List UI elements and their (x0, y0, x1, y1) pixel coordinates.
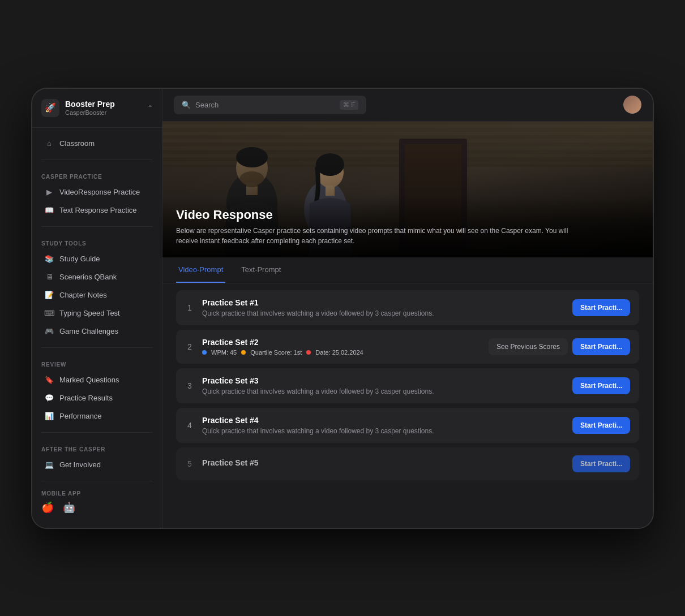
sidebar-item-performance[interactable]: 📊 Performance (36, 407, 159, 425)
scenarios-icon: 🖥 (45, 273, 54, 282)
practice-actions: Start Practi... (572, 455, 630, 472)
practice-number: 4 (185, 421, 194, 430)
divider-3 (41, 347, 153, 348)
text-response-icon: 📖 (45, 206, 54, 215)
practice-item: 1 Practice Set #1 Quick practice that in… (176, 290, 639, 325)
practice-description: Quick practice that involves watching a … (202, 387, 564, 395)
start-practice-4-button[interactable]: Start Practi... (572, 417, 630, 434)
study-tools-section: STUDY TOOLS 📚 Study Guide 🖥 Scenerios QB… (32, 231, 162, 343)
start-practice-5-button[interactable]: Start Practi... (572, 455, 630, 472)
chapter-notes-label: Chapter Notes (59, 291, 107, 299)
quartile-dot (241, 350, 246, 355)
review-label: REVIEW (32, 359, 162, 371)
main-content: 🔍 Search ⌘ F (162, 89, 653, 528)
start-practice-3-button[interactable]: Start Practi... (572, 377, 630, 394)
start-practice-1-button[interactable]: Start Practi... (572, 299, 630, 316)
wpm-dot (202, 350, 207, 355)
sidebar-item-marked-questions[interactable]: 🔖 Marked Questions (36, 371, 159, 389)
video-hero: Video Response Below are representative … (162, 122, 653, 257)
wpm-text: WPM: 45 (211, 349, 237, 356)
top-bar: 🔍 Search ⌘ F (162, 89, 653, 122)
practice-name: Practice Set #2 (202, 338, 481, 347)
sidebar-item-get-involved[interactable]: 💻 Get Involved (36, 456, 159, 474)
see-scores-2-button[interactable]: See Previous Scores (489, 338, 568, 355)
classroom-label: Classroom (59, 139, 95, 148)
search-bar[interactable]: 🔍 Search ⌘ F (174, 96, 366, 114)
date-text: Date: 25.02.2024 (315, 349, 363, 356)
practice-description: Quick practice that involves watching a … (202, 309, 564, 317)
video-title: Video Response (176, 208, 639, 222)
tab-video-prompt[interactable]: Video-Prompt (176, 257, 225, 283)
brand-sub: CasperBooster (65, 109, 115, 116)
tabs-row: Video-Prompt Text-Prompt (162, 257, 653, 283)
practice-name: Practice Set #3 (202, 376, 564, 385)
sidebar: 🚀 Booster Prep CasperBooster ⌃ ⌂ Classro… (32, 89, 162, 528)
divider-1 (41, 160, 153, 160)
divider-4 (41, 432, 153, 433)
study-guide-icon: 📚 (45, 255, 54, 264)
chapter-notes-icon: 📝 (45, 291, 54, 300)
review-section: REVIEW 🔖 Marked Questions 💬 Practice Res… (32, 352, 162, 428)
brand-name: Booster Prep (65, 100, 115, 109)
sidebar-item-video-response[interactable]: ▶ VideoResponse Practice (36, 183, 159, 201)
study-tools-label: STUDY TOOLS (32, 238, 162, 250)
search-text: Search (195, 101, 335, 109)
search-shortcut: ⌘ F (340, 100, 358, 110)
practice-number: 5 (185, 459, 194, 468)
study-guide-label: Study Guide (59, 255, 100, 263)
sidebar-item-typing-speed[interactable]: ⌨ Typing Speed Test (36, 304, 159, 322)
video-response-icon: ▶ (45, 188, 54, 197)
casper-practice-section: CASPER PRACTICE ▶ VideoResponse Practice… (32, 165, 162, 222)
video-description: Below are representative Casper practice… (176, 226, 572, 246)
sidebar-item-classroom[interactable]: ⌂ Classroom (36, 135, 159, 153)
classroom-icon: ⌂ (45, 139, 54, 148)
practice-info: Practice Set #3 Quick practice that invo… (202, 376, 564, 395)
sidebar-item-game-challenges[interactable]: 🎮 Game Challenges (36, 322, 159, 341)
chevron-icon[interactable]: ⌃ (147, 104, 153, 112)
scenarios-label: Scenerios QBank (59, 273, 117, 281)
practice-info: Practice Set #2 WPM: 45 Quartile Score: … (202, 338, 481, 356)
text-response-label: Text Response Practice (59, 206, 137, 214)
results-label: Practice Results (59, 394, 113, 402)
practice-number: 2 (185, 342, 194, 351)
typing-icon: ⌨ (45, 309, 54, 318)
performance-icon: 📊 (45, 412, 54, 421)
after-casper-label: AFTER THE CASPER (32, 444, 162, 456)
video-overlay-text: Video Response Below are representative … (162, 196, 653, 257)
sidebar-item-study-guide[interactable]: 📚 Study Guide (36, 250, 159, 268)
apple-icon[interactable]: 🍎 (41, 501, 54, 514)
game-label: Game Challenges (59, 327, 118, 335)
tab-text-prompt[interactable]: Text-Prompt (239, 257, 283, 283)
sidebar-item-scenarios-qbank[interactable]: 🖥 Scenerios QBank (36, 268, 159, 286)
casper-practice-label: CASPER PRACTICE (32, 171, 162, 183)
brand-info: Booster Prep CasperBooster (65, 100, 115, 116)
user-avatar[interactable] (623, 96, 641, 114)
sidebar-header[interactable]: 🚀 Booster Prep CasperBooster ⌃ (32, 89, 162, 128)
mobile-app-label: MOBILE APP (41, 490, 153, 497)
android-icon[interactable]: 🤖 (63, 501, 75, 514)
start-practice-2-button[interactable]: Start Practi... (572, 338, 630, 355)
video-response-label: VideoResponse Practice (59, 188, 140, 196)
practice-number: 1 (185, 303, 194, 312)
practice-actions: Start Practi... (572, 377, 630, 394)
practice-info: Practice Set #4 Quick practice that invo… (202, 416, 564, 435)
practice-info: Practice Set #1 Quick practice that invo… (202, 298, 564, 317)
sidebar-item-text-response[interactable]: 📖 Text Response Practice (36, 201, 159, 219)
avatar-image (623, 96, 641, 114)
typing-label: Typing Speed Test (59, 309, 120, 317)
content-area: 1 Practice Set #1 Quick practice that in… (162, 283, 653, 528)
sidebar-item-practice-results[interactable]: 💬 Practice Results (36, 389, 159, 407)
sidebar-item-chapter-notes[interactable]: 📝 Chapter Notes (36, 286, 159, 304)
practice-item: 3 Practice Set #3 Quick practice that in… (176, 368, 639, 403)
practice-item: 2 Practice Set #2 WPM: 45 Quartile Score… (176, 330, 639, 364)
after-casper-section: AFTER THE CASPER 💻 Get Involved (32, 437, 162, 476)
practice-actions: Start Practi... (572, 417, 630, 434)
practice-item: 5 Practice Set #5 Start Practi... (176, 447, 639, 480)
date-dot (306, 350, 311, 355)
quartile-text: Quartile Score: 1st (250, 349, 302, 356)
practice-actions: Start Practi... (572, 299, 630, 316)
logo-emoji: 🚀 (45, 102, 56, 113)
device-frame: 🚀 Booster Prep CasperBooster ⌃ ⌂ Classro… (31, 88, 654, 529)
practice-meta: WPM: 45 Quartile Score: 1st Date: 25.02.… (202, 349, 481, 356)
practice-number: 3 (185, 381, 194, 390)
